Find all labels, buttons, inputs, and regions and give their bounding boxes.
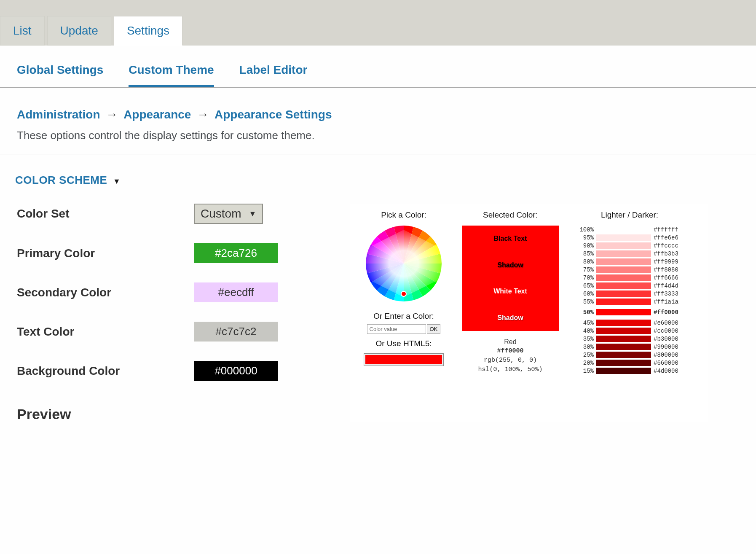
shade-hex: #990000 [654,344,682,350]
ok-button[interactable]: OK [427,324,441,334]
shade-swatch[interactable] [596,309,651,315]
selected-color-meta: Red #ff0000 rgb(255, 0, 0) hsl(0, 100%, … [478,337,542,374]
label-color-set: Color Set [17,207,177,221]
breadcrumb-administration[interactable]: Administration [17,108,100,121]
html5-color-input[interactable] [364,353,444,366]
shade-hex: #800000 [654,352,682,358]
shade-percent: 20% [577,360,594,366]
subnav-custom-theme[interactable]: Custom Theme [129,58,214,87]
shade-row: 20%#660000 [577,359,682,367]
shade-row: 65%#ff4d4d [577,282,682,290]
shade-percent: 25% [577,352,594,358]
shade-row: 25%#800000 [577,351,682,359]
shade-hex: #ff9999 [654,258,682,265]
chevron-down-icon: ▼ [249,210,256,218]
shade-hex: #ff6666 [654,274,682,281]
preview-black-text: Black Text [494,235,527,242]
shade-swatch[interactable] [596,250,651,257]
shade-percent: 15% [577,368,594,374]
shade-hex: #4d0000 [654,368,682,374]
label-background-color: Background Color [17,364,177,378]
shade-row: 50%#ff0000 [577,308,682,316]
shade-percent: 70% [577,274,594,281]
shade-row: 95%#ffe6e6 [577,234,682,242]
shade-swatch[interactable] [596,258,651,265]
lighter-darker-label: Lighter / Darker: [601,210,658,220]
shade-row: 70%#ff6666 [577,274,682,282]
tab-settings[interactable]: Settings [114,16,182,46]
shade-swatch[interactable] [596,344,651,350]
shade-hex: #cc0000 [654,328,682,334]
selected-color-preview: Black Text Shadow White Text Shadow [462,226,559,331]
shade-swatch[interactable] [596,274,651,281]
swatch-primary-color[interactable]: #2ca726 [194,243,278,263]
pick-color-label: Pick a Color: [381,210,426,220]
shade-percent: 80% [577,258,594,265]
shade-swatch[interactable] [596,234,651,241]
color-value-input[interactable] [367,324,426,334]
lighter-darker-list: 100%#ffffff95%#ffe6e690%#ffcccc85%#ffb3b… [577,226,682,375]
breadcrumb-appearance[interactable]: Appearance [123,108,191,121]
shade-percent: 35% [577,336,594,342]
shade-row: 40%#cc0000 [577,327,682,335]
shade-row: 30%#990000 [577,343,682,351]
label-primary-color: Primary Color [17,247,177,260]
select-color-set[interactable]: Custom ▼ [194,204,263,224]
shade-percent: 30% [577,344,594,350]
shade-hex: #ff4d4d [654,282,682,289]
shade-swatch[interactable] [596,242,651,249]
shade-swatch[interactable] [596,266,651,273]
shade-swatch[interactable] [596,368,651,374]
shade-row: 15%#4d0000 [577,367,682,375]
shade-row: 35%#b30000 [577,335,682,343]
shade-row: 90%#ffcccc [577,242,682,250]
shade-row: 85%#ffb3b3 [577,250,682,258]
shade-percent: 95% [577,234,594,241]
shade-row: 75%#ff8080 [577,266,682,274]
shade-swatch[interactable] [596,320,651,326]
tab-update[interactable]: Update [47,16,111,46]
shade-swatch[interactable] [596,328,651,334]
preview-white-shadow: Shadow [497,314,523,322]
shade-hex: #ff0000 [654,309,682,316]
selected-color-hex: #ff0000 [478,347,542,356]
shade-hex: #ffffff [654,226,682,233]
label-text-color: Text Color [17,325,177,339]
section-color-scheme-header[interactable]: COLOR SCHEME ▼ [0,154,756,195]
shade-percent: 75% [577,266,594,273]
enter-color-label: Or Enter a Color: [373,312,434,321]
subnav-global-settings[interactable]: Global Settings [17,58,103,87]
shade-percent: 50% [577,309,594,316]
shade-percent: 55% [577,299,594,305]
shade-row: 100%#ffffff [577,226,682,234]
color-wheel[interactable] [362,226,446,301]
shade-swatch[interactable] [596,336,651,342]
shade-swatch[interactable] [596,226,651,233]
sub-nav: Global Settings Custom Theme Label Edito… [0,46,756,88]
shade-row: 80%#ff9999 [577,258,682,266]
breadcrumb: Administration → Appearance → Appearance… [0,88,756,126]
section-title-text: COLOR SCHEME [15,174,107,186]
shade-swatch[interactable] [596,360,651,366]
shade-row: 60%#ff3333 [577,290,682,298]
shade-hex: #ff8080 [654,266,682,273]
shade-swatch[interactable] [596,282,651,289]
breadcrumb-appearance-settings[interactable]: Appearance Settings [214,108,332,121]
subnav-label-editor[interactable]: Label Editor [239,58,308,87]
arrow-icon: → [197,108,209,121]
shade-percent: 45% [577,320,594,326]
tab-list[interactable]: List [0,16,45,46]
swatch-background-color[interactable]: #000000 [194,361,278,381]
shade-percent: 40% [577,328,594,334]
selected-color-rgb: rgb(255, 0, 0) [478,356,542,365]
shade-swatch[interactable] [596,352,651,358]
preview-white-text: White Text [493,288,527,295]
selected-color-name: Red [478,337,542,347]
shade-swatch[interactable] [596,290,651,297]
shade-swatch[interactable] [596,299,651,305]
shade-hex: #ff1a1a [654,299,682,305]
shade-percent: 65% [577,282,594,289]
shade-row: 55%#ff1a1a [577,298,682,306]
swatch-text-color[interactable]: #c7c7c2 [194,322,278,342]
swatch-secondary-color[interactable]: #eecdff [194,282,278,302]
